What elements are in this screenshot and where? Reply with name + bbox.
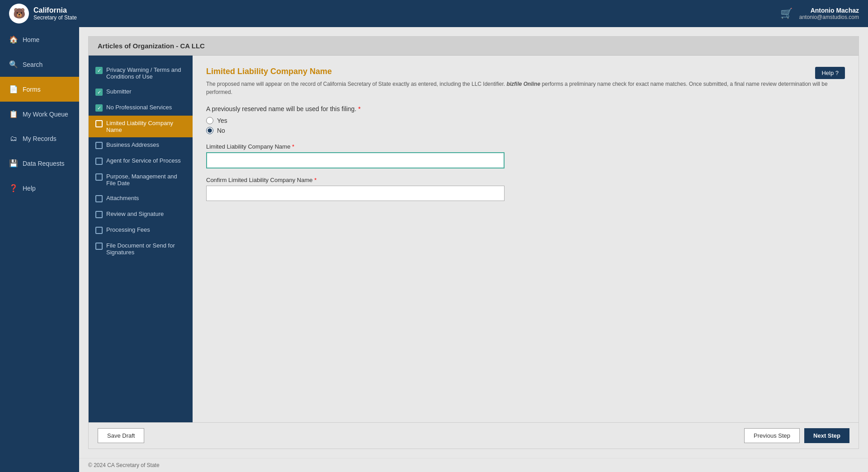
step-check-no-professional: ✓ — [95, 104, 103, 112]
step-check-attachments — [95, 195, 103, 202]
step-attachments[interactable]: Attachments — [89, 191, 193, 206]
step-label-no-professional: No Professional Services — [106, 104, 172, 111]
description-text-1: The proposed name will appear on the rec… — [206, 81, 506, 87]
step-llc-name[interactable]: Limited Liability Company Name — [89, 116, 193, 137]
logo-subtitle: Secretary of State — [33, 14, 77, 21]
step-check-file — [95, 243, 103, 250]
logo-circle: 🐻 — [9, 4, 29, 23]
step-label-business-addresses: Business Addresses — [106, 141, 159, 148]
form-body: ✓ Privacy Warning / Terms and Conditions… — [89, 56, 859, 422]
sidebar-item-label: Forms — [23, 86, 41, 93]
main-layout: 🏠 Home 🔍 Search 📄 Forms 📋 My Work Queue … — [0, 27, 868, 472]
help-icon: ❓ — [9, 184, 18, 192]
sidebar-item-label: Data Requests — [23, 160, 65, 167]
required-star-confirm: * — [314, 177, 316, 183]
my-records-icon: 🗂 — [9, 135, 18, 143]
data-requests-icon: 💾 — [9, 159, 18, 168]
forms-icon: 📄 — [9, 85, 18, 93]
radio-yes-option[interactable]: Yes — [206, 117, 845, 124]
confirm-name-label: Confirm Limited Liability Company Name * — [206, 177, 845, 183]
home-icon: 🏠 — [9, 35, 18, 44]
form-footer: Save Draft Previous Step Next Step — [89, 422, 859, 449]
sidebar: 🏠 Home 🔍 Search 📄 Forms 📋 My Work Queue … — [0, 27, 79, 472]
step-label-purpose: Purpose, Management and File Date — [106, 173, 186, 187]
sidebar-item-label: Home — [23, 36, 39, 43]
sidebar-item-forms[interactable]: 📄 Forms — [0, 77, 79, 102]
step-agent-service[interactable]: Agent for Service of Process — [89, 153, 193, 169]
bizfile-text: bizfile Online — [506, 81, 540, 87]
step-label-fees: Processing Fees — [106, 226, 150, 233]
user-email: antonio@amstudios.com — [799, 14, 859, 20]
llc-name-label: Limited Liability Company Name * — [206, 143, 845, 150]
radio-yes-label: Yes — [217, 117, 227, 124]
step-check-review — [95, 211, 103, 218]
section-description: The proposed name will appear on the rec… — [206, 80, 845, 96]
step-submitter[interactable]: ✓ Submitter — [89, 84, 193, 100]
sidebar-item-label: Search — [23, 61, 42, 68]
step-check-privacy: ✓ — [95, 67, 103, 74]
radio-no-label: No — [217, 127, 225, 134]
cart-icon[interactable]: 🛒 — [780, 8, 793, 19]
logo-text: California Secretary of State — [33, 6, 77, 21]
section-title: Limited Liability Company Name — [206, 67, 845, 76]
step-check-submitter: ✓ — [95, 89, 103, 96]
user-info: Antonio Machaz antonio@amstudios.com — [799, 7, 859, 20]
sidebar-item-work-queue[interactable]: 📋 My Work Queue — [0, 102, 79, 126]
step-review-signature[interactable]: Review and Signature — [89, 206, 193, 222]
step-label-file: File Document or Send for Signatures — [106, 242, 186, 256]
logo-area: 🐻 California Secretary of State — [9, 4, 77, 23]
step-check-business-addresses — [95, 142, 103, 149]
form-content-area: Help ? Limited Liability Company Name Th… — [193, 56, 859, 422]
top-header: 🐻 California Secretary of State 🛒 Antoni… — [0, 0, 868, 27]
bear-icon: 🐻 — [13, 8, 25, 19]
step-label-review: Review and Signature — [106, 210, 164, 217]
reserved-name-radio-group: Yes No — [206, 117, 845, 134]
steps-sidebar: ✓ Privacy Warning / Terms and Conditions… — [89, 56, 193, 422]
footer-text: © 2024 CA Secretary of State — [88, 462, 160, 468]
step-label-submitter: Submitter — [106, 88, 132, 95]
page-footer: © 2024 CA Secretary of State — [79, 458, 868, 472]
form-wrapper: Articles of Organization - CA LLC ✓ Priv… — [88, 36, 859, 449]
step-privacy[interactable]: ✓ Privacy Warning / Terms and Conditions… — [89, 62, 193, 84]
user-name: Antonio Machaz — [799, 7, 859, 14]
confirm-name-input[interactable] — [206, 186, 505, 201]
radio-no-option[interactable]: No — [206, 127, 845, 134]
step-label-agent-service: Agent for Service of Process — [106, 157, 181, 164]
reserved-name-question: A previously reserved name will be used … — [206, 105, 845, 112]
search-icon: 🔍 — [9, 60, 18, 69]
sidebar-item-label: My Records — [23, 135, 57, 142]
footer-right-buttons: Previous Step Next Step — [744, 428, 849, 443]
step-processing-fees[interactable]: Processing Fees — [89, 222, 193, 238]
step-file-document[interactable]: File Document or Send for Signatures — [89, 238, 193, 260]
step-check-purpose — [95, 173, 103, 181]
sidebar-item-label: Help — [23, 185, 36, 192]
user-area: 🛒 Antonio Machaz antonio@amstudios.com — [780, 7, 859, 20]
save-draft-button[interactable]: Save Draft — [98, 428, 144, 443]
step-check-agent-service — [95, 158, 103, 165]
step-purpose[interactable]: Purpose, Management and File Date — [89, 169, 193, 191]
form-title: Articles of Organization - CA LLC — [98, 42, 205, 50]
step-label-privacy: Privacy Warning / Terms and Conditions o… — [106, 66, 186, 80]
step-no-professional[interactable]: ✓ No Professional Services — [89, 100, 193, 116]
previous-step-button[interactable]: Previous Step — [744, 428, 800, 443]
content-area: Articles of Organization - CA LLC ✓ Priv… — [79, 27, 868, 472]
sidebar-item-help[interactable]: ❓ Help — [0, 176, 79, 201]
step-check-llc-name — [95, 120, 103, 127]
logo-title: California — [33, 6, 77, 14]
work-queue-icon: 📋 — [9, 110, 18, 118]
step-business-addresses[interactable]: Business Addresses — [89, 137, 193, 153]
help-button[interactable]: Help ? — [815, 67, 845, 79]
radio-yes-input[interactable] — [206, 117, 213, 124]
step-label-attachments: Attachments — [106, 195, 139, 201]
step-check-fees — [95, 227, 103, 234]
sidebar-item-my-records[interactable]: 🗂 My Records — [0, 126, 79, 151]
next-step-button[interactable]: Next Step — [804, 428, 849, 443]
sidebar-item-search[interactable]: 🔍 Search — [0, 52, 79, 77]
sidebar-item-label: My Work Queue — [23, 111, 68, 118]
sidebar-item-home[interactable]: 🏠 Home — [0, 27, 79, 52]
radio-no-input[interactable] — [206, 127, 213, 134]
required-star-name: * — [292, 143, 294, 150]
llc-name-input[interactable] — [206, 152, 505, 168]
form-title-bar: Articles of Organization - CA LLC — [89, 37, 859, 56]
sidebar-item-data-requests[interactable]: 💾 Data Requests — [0, 151, 79, 176]
